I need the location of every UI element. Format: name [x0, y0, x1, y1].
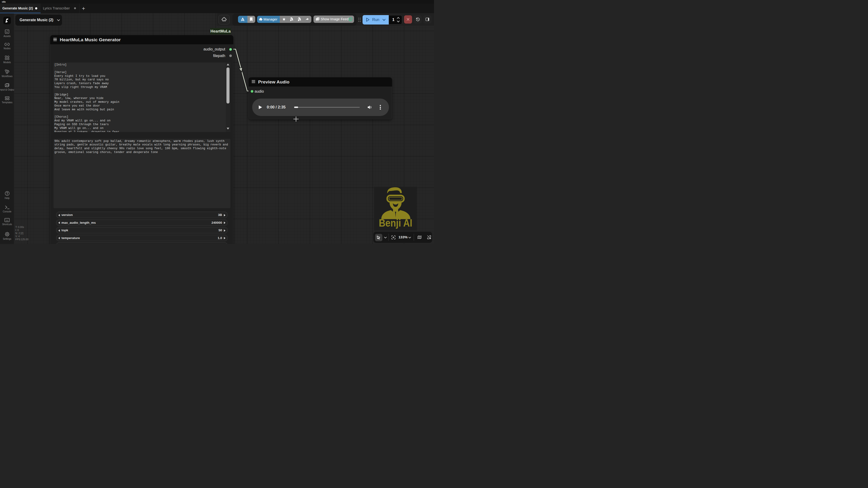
svg-text:Benji AI: Benji AI — [379, 217, 412, 229]
